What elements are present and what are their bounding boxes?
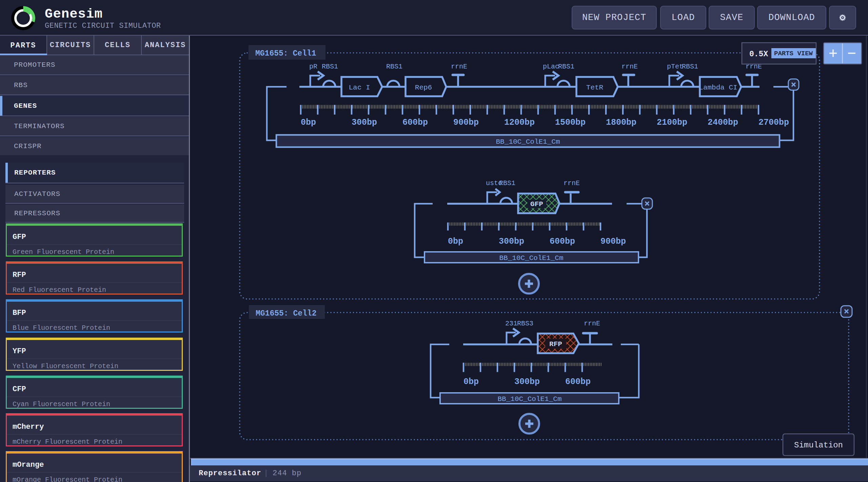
svg-text:600bp: 600bp xyxy=(402,118,428,127)
svg-text:300bp: 300bp xyxy=(352,118,377,127)
svg-text:RBS1: RBS1 xyxy=(558,63,574,71)
svg-text:rrnE: rrnE xyxy=(584,320,600,327)
svg-text:pLac: pLac xyxy=(543,63,559,71)
svg-text:RBS1: RBS1 xyxy=(386,63,402,71)
svg-text:Rep6: Rep6 xyxy=(415,84,432,92)
svg-text:pR: pR xyxy=(309,63,317,71)
svg-text:BB_10C_ColE1_Cm: BB_10C_ColE1_Cm xyxy=(499,254,563,262)
svg-text:900bp: 900bp xyxy=(600,237,626,246)
svg-text:pTet: pTet xyxy=(667,63,683,71)
svg-text:Lambda CI: Lambda CI xyxy=(699,84,737,92)
svg-text:Simulation: Simulation xyxy=(794,441,843,450)
svg-text:RFP: RFP xyxy=(549,340,562,348)
svg-text:2400bp: 2400bp xyxy=(708,118,738,127)
svg-text:600bp: 600bp xyxy=(550,237,575,246)
svg-text:rrnE: rrnE xyxy=(564,179,580,187)
svg-text:0bp: 0bp xyxy=(448,237,463,246)
svg-text:600bp: 600bp xyxy=(565,377,591,387)
svg-text:0bp: 0bp xyxy=(301,118,316,127)
svg-text:2700bp: 2700bp xyxy=(758,118,789,127)
svg-text:231: 231 xyxy=(505,320,517,327)
svg-text:rrnE: rrnE xyxy=(451,63,467,71)
svg-text:0bp: 0bp xyxy=(463,377,479,387)
svg-text:2100bp: 2100bp xyxy=(657,118,687,127)
svg-text:BB_10C_ColE1_Cm: BB_10C_ColE1_Cm xyxy=(496,138,560,146)
svg-text:1200bp: 1200bp xyxy=(504,118,535,127)
svg-text:900bp: 900bp xyxy=(453,118,479,127)
svg-text:RBS1: RBS1 xyxy=(682,63,698,71)
svg-text:300bp: 300bp xyxy=(514,377,540,387)
svg-text:GFP: GFP xyxy=(530,200,543,208)
svg-text:RBS1: RBS1 xyxy=(499,179,515,187)
svg-text:MG1655: Cell1: MG1655: Cell1 xyxy=(255,49,316,58)
svg-text:PARTS VIEW: PARTS VIEW xyxy=(774,50,813,57)
svg-text:TetR: TetR xyxy=(586,84,604,92)
svg-text:rrnE: rrnE xyxy=(622,63,638,71)
svg-text:RBS1: RBS1 xyxy=(322,63,338,71)
svg-text:1500bp: 1500bp xyxy=(555,118,586,127)
svg-text:300bp: 300bp xyxy=(499,237,524,246)
svg-text:0.5X: 0.5X xyxy=(749,50,768,59)
svg-text:RBS3: RBS3 xyxy=(517,320,533,327)
svg-text:BB_10C_ColE1_Cm: BB_10C_ColE1_Cm xyxy=(497,395,561,403)
svg-text:MG1655: Cell2: MG1655: Cell2 xyxy=(256,309,316,318)
svg-text:Lac I: Lac I xyxy=(349,84,370,92)
svg-text:1800bp: 1800bp xyxy=(606,118,636,127)
